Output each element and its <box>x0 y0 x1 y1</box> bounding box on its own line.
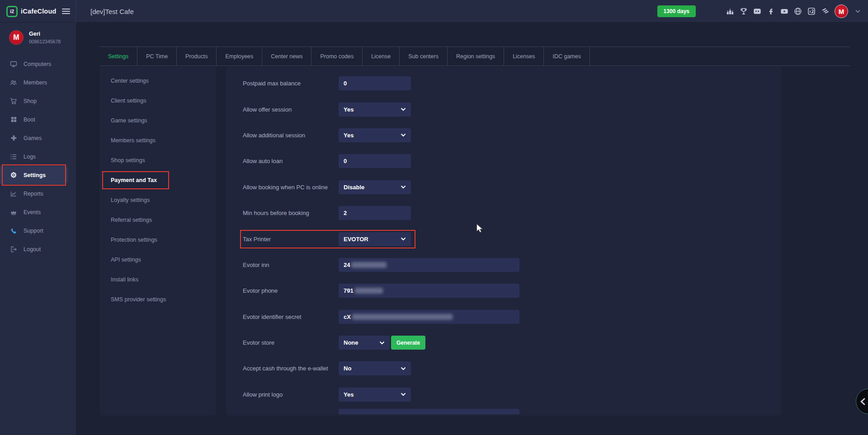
min-hours-before-booking-input[interactable]: 2 <box>339 206 411 220</box>
tab-license[interactable]: License <box>363 47 400 65</box>
icafecloud-logo-icon: i2 <box>6 6 18 17</box>
phone-icon <box>10 227 17 234</box>
tab-products[interactable]: Products <box>177 47 217 65</box>
sidebar-item-label: Logout <box>24 246 41 253</box>
subnav-api-settings[interactable]: API settings <box>99 250 216 270</box>
sidebar-item-label: Members <box>24 80 47 86</box>
allow-offer-session-select[interactable]: Yes <box>339 103 411 117</box>
field-label: Postpaid max balance <box>243 80 339 87</box>
evotor-inn-input[interactable]: 24 <box>339 258 519 272</box>
user-avatar[interactable]: M <box>835 5 848 18</box>
trophy-icon[interactable] <box>740 7 748 15</box>
sidebar-item-boot[interactable]: Boot <box>0 110 76 129</box>
sidebar-item-computers[interactable]: Computers <box>0 55 76 73</box>
postpaid-max-balance-input[interactable]: 0 <box>339 76 411 90</box>
subnav-payment-and-tax[interactable]: Payment and Tax <box>99 170 216 190</box>
select-value: EVOTOR <box>344 236 368 243</box>
subnav-referral-settings[interactable]: Referral settings <box>99 210 216 230</box>
input-value: cX <box>344 313 351 320</box>
line-chart-icon <box>10 190 17 197</box>
field-label: Min hours before booking <box>243 210 339 216</box>
ranking-icon[interactable] <box>726 7 734 15</box>
form-row: Evotor identifier secret cX <box>243 304 781 330</box>
user-name: Geri <box>29 31 61 37</box>
sidebar-item-events[interactable]: Events <box>0 203 76 221</box>
tab-employees[interactable]: Employees <box>217 47 262 65</box>
evotor-phone-input[interactable]: 791 <box>339 284 519 298</box>
icafe-mark-icon[interactable] <box>807 7 816 15</box>
partially-visible-field[interactable] <box>339 409 519 414</box>
input-value: 791 <box>344 287 354 294</box>
globe-icon[interactable] <box>794 7 802 15</box>
subnav-loyalty-settings[interactable]: Loyalty settings <box>99 190 216 210</box>
subnav-client-settings[interactable]: Client settings <box>99 91 216 111</box>
tab-idc-games[interactable]: IDC games <box>544 47 590 65</box>
sidebar-item-logout[interactable]: Logout <box>0 240 76 258</box>
field-label: Accept cash through the e-wallet <box>243 365 339 372</box>
sidebar-item-support[interactable]: Support <box>0 221 76 240</box>
subnav-center-settings[interactable]: Center settings <box>99 71 216 91</box>
form-row: Postpaid max balance 0 <box>243 70 781 96</box>
monitor-icon <box>10 61 17 68</box>
evotor-store-select[interactable]: None <box>339 336 390 350</box>
field-label: Evotor inn <box>243 262 339 268</box>
subnav-sms-provider-settings[interactable]: SMS provider settings <box>99 290 216 309</box>
tabs-bar: Settings PC Time Products Employees Cent… <box>99 47 850 66</box>
select-value: Yes <box>344 132 354 139</box>
allow-auto-loan-input[interactable]: 0 <box>339 154 411 168</box>
evotor-identifier-secret-input[interactable]: cX <box>339 310 519 324</box>
chevron-down-icon <box>401 185 406 189</box>
facebook-icon[interactable] <box>767 7 775 15</box>
sidebar-user-block[interactable]: M Geri 008612345678 <box>0 23 76 51</box>
form-row: Evotor inn 24 <box>243 252 781 278</box>
hamburger-menu-icon[interactable] <box>62 7 70 15</box>
subnav-game-settings[interactable]: Game settings <box>99 111 216 131</box>
discord-icon[interactable] <box>753 7 761 15</box>
settings-subnav: Center settings Client settings Game set… <box>99 67 216 416</box>
subnav-install-links[interactable]: Install links <box>99 270 216 290</box>
sidebar-item-games[interactable]: Games <box>0 129 76 147</box>
tax-printer-select[interactable]: EVOTOR <box>339 232 411 246</box>
tab-settings[interactable]: Settings <box>99 47 137 65</box>
layers-icon[interactable] <box>821 7 829 15</box>
topbar: i2 iCafeCloud [dev]Test Cafe 1300 days <box>0 0 868 23</box>
select-value: Yes <box>344 106 354 113</box>
tab-promo-codes[interactable]: Promo codes <box>311 47 363 65</box>
sidebar-item-label: Games <box>24 135 42 141</box>
list-icon <box>10 153 17 160</box>
field-label: Allow additional session <box>243 132 339 139</box>
subnav-members-settings[interactable]: Members settings <box>99 131 216 150</box>
allow-print-logo-select[interactable]: Yes <box>339 388 411 402</box>
sidebar-item-reports[interactable]: Reports <box>0 184 76 203</box>
tab-center-news[interactable]: Center news <box>262 47 311 65</box>
tab-sub-centers[interactable]: Sub centers <box>400 47 448 65</box>
field-label: Allow booking when PC is online <box>243 184 339 191</box>
youtube-icon[interactable] <box>780 7 788 15</box>
chevron-down-icon <box>401 367 406 370</box>
field-label: Allow offer session <box>243 106 339 113</box>
chevron-down-icon[interactable] <box>854 7 862 15</box>
generate-button[interactable]: Generate <box>391 336 425 350</box>
sidebar-item-label: Reports <box>24 191 43 197</box>
side-panel-toggle-button[interactable] <box>856 388 868 414</box>
tab-pc-time[interactable]: PC Time <box>137 47 177 65</box>
tab-region-settings[interactable]: Region settings <box>448 47 504 65</box>
field-label: Evotor store <box>243 339 339 346</box>
tab-licenses[interactable]: Licenses <box>504 47 544 65</box>
allow-additional-session-select[interactable]: Yes <box>339 128 411 142</box>
field-label: Tax Printer <box>243 236 339 243</box>
input-value: 0 <box>344 158 347 164</box>
accept-cash-e-wallet-select[interactable]: No <box>339 361 411 375</box>
form-row: Allow print logo Yes <box>243 382 781 407</box>
license-days-badge[interactable]: 1300 days <box>657 5 696 17</box>
sidebar-item-settings[interactable]: ⚙ Settings <box>0 166 68 184</box>
subnav-shop-settings[interactable]: Shop settings <box>99 150 216 170</box>
subnav-protection-settings[interactable]: Protection settings <box>99 230 216 250</box>
allow-booking-when-pc-online-select[interactable]: Disable <box>339 180 411 194</box>
sidebar-item-label: Shop <box>24 98 37 104</box>
select-value: None <box>344 339 359 346</box>
sidebar-item-shop[interactable]: Shop <box>0 92 76 110</box>
sidebar-item-members[interactable]: Members <box>0 73 76 92</box>
input-value: 2 <box>344 210 347 216</box>
sidebar-item-logs[interactable]: Logs <box>0 147 76 166</box>
